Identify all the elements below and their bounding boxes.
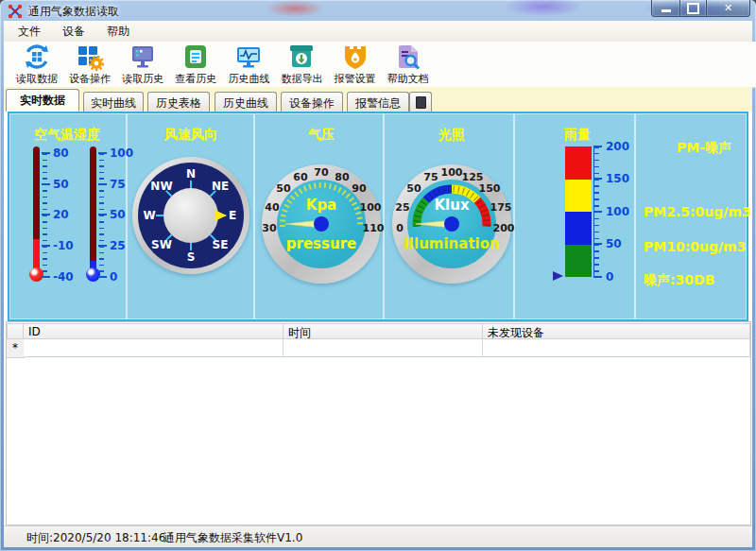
status-time: 时间:2020/5/20 18:11:46 bbox=[26, 530, 165, 546]
status-bar: 时间:2020/5/20 18:11:46 通用气象数据采集软件V1.0 bbox=[4, 525, 752, 547]
realtime-data-page: 空气温湿度 80 50 20 -10 -40 bbox=[8, 112, 748, 321]
rain-segment-blue bbox=[565, 212, 592, 245]
history-curve-icon bbox=[234, 43, 263, 71]
tab-stub[interactable] bbox=[409, 92, 432, 112]
toolbar-label: 读取数据 bbox=[16, 72, 58, 86]
column-header-id[interactable]: ID bbox=[24, 323, 284, 339]
toolbar-history-curve[interactable]: 历史曲线 bbox=[225, 43, 272, 86]
compass-w: W bbox=[143, 209, 155, 222]
device-operation-icon bbox=[76, 43, 104, 71]
tab-strip: 实时数据 实时曲线 历史表格 历史曲线 设备操作 报警信息 bbox=[4, 87, 752, 112]
compass-e: E bbox=[229, 209, 236, 222]
app-window: 通用气象数据读取 ✕ 文件 设备 帮助 bbox=[0, 0, 756, 551]
toolbar-label: 历史曲线 bbox=[228, 72, 269, 86]
humidity-tick: 25 bbox=[110, 239, 126, 252]
compass-sw: SW bbox=[151, 238, 172, 251]
tab-stub-icon bbox=[416, 96, 426, 109]
wind-direction-pointer bbox=[215, 210, 227, 221]
panel-title: PM-噪声 bbox=[677, 140, 731, 157]
panel-title: 雨量 bbox=[564, 127, 591, 144]
temperature-thermometer bbox=[33, 146, 40, 268]
rain-level-bar bbox=[565, 146, 592, 277]
toolbar-label: 查看历史 bbox=[175, 72, 216, 86]
tab-device-operation[interactable]: 设备操作 bbox=[281, 92, 343, 112]
toolbar-help-doc[interactable]: 帮助文档 bbox=[385, 43, 432, 86]
help-doc-icon bbox=[394, 43, 422, 71]
maximize-button[interactable] bbox=[680, 0, 707, 17]
window-title: 通用气象数据读取 bbox=[28, 4, 119, 20]
humidity-thermometer bbox=[90, 146, 96, 268]
menu-bar: 文件 设备 帮助 bbox=[4, 21, 752, 42]
rain-segment-yellow bbox=[565, 180, 592, 213]
toolbar-alarm-settings[interactable]: 报警设置 bbox=[332, 43, 379, 86]
column-header-device[interactable]: 未发现设备 bbox=[483, 323, 750, 339]
column-header-time[interactable]: 时间 bbox=[284, 323, 483, 339]
panel-illumination: 光照 0 25 50 75 100 125 150 bbox=[385, 113, 513, 319]
panel-title: 空气温湿度 bbox=[34, 127, 100, 144]
humidity-tick: 50 bbox=[110, 208, 126, 221]
table-cell[interactable] bbox=[483, 339, 750, 357]
new-row-marker: * bbox=[12, 341, 18, 354]
tab-alarm-info[interactable]: 报警信息 bbox=[347, 92, 409, 112]
menu-file[interactable]: 文件 bbox=[9, 21, 49, 43]
compass-se: SE bbox=[213, 238, 229, 251]
toolbar-label: 帮助文档 bbox=[387, 72, 429, 86]
toolbar-label: 设备操作 bbox=[69, 72, 111, 86]
table-cell[interactable] bbox=[284, 339, 483, 357]
humidity-tick: 0 bbox=[110, 270, 117, 284]
compass-nw: NW bbox=[150, 180, 172, 193]
illumination-unit: Klux bbox=[434, 197, 469, 214]
minimize-icon bbox=[662, 9, 671, 12]
row-header-new-row[interactable]: * bbox=[7, 339, 25, 358]
compass-s: S bbox=[187, 250, 196, 264]
humidity-tick: 75 bbox=[110, 178, 126, 191]
temp-tick: 80 bbox=[53, 146, 69, 160]
window-controls: ✕ bbox=[651, 0, 750, 17]
toolbar-view-history[interactable]: 查看历史 bbox=[172, 43, 219, 86]
menu-help[interactable]: 帮助 bbox=[98, 21, 138, 43]
temp-tick: 20 bbox=[53, 208, 69, 221]
pressure-caption: pressure bbox=[286, 235, 356, 252]
app-icon bbox=[8, 4, 23, 19]
toolbar-data-export[interactable]: 数据导出 bbox=[278, 43, 325, 86]
toolbar-read-data[interactable]: 读取数据 bbox=[13, 43, 60, 86]
panel-title: 风速风向 bbox=[164, 127, 217, 144]
table-cell[interactable] bbox=[24, 339, 284, 357]
client-area: 文件 设备 帮助 读取数据 bbox=[4, 21, 752, 546]
compass-ne: NE bbox=[212, 180, 229, 193]
humidity-bulb bbox=[86, 267, 100, 282]
temp-tick: 50 bbox=[53, 178, 69, 191]
table-corner-header[interactable] bbox=[7, 323, 24, 339]
read-data-icon bbox=[23, 43, 51, 71]
alarm-settings-icon bbox=[341, 43, 369, 71]
tab-realtime-data[interactable]: 实时数据 bbox=[6, 89, 79, 112]
rain-segment-red bbox=[565, 146, 592, 180]
toolbar-label: 读取历史 bbox=[122, 72, 163, 86]
noise-value: 噪声:30DB bbox=[644, 272, 714, 289]
panel-wind: 风速风向 N NE E SE S SW W NW bbox=[128, 113, 253, 319]
temperature-bulb bbox=[29, 267, 43, 282]
tab-history-table[interactable]: 历史表格 bbox=[147, 92, 210, 112]
toolbar-read-history[interactable]: 读取历史 bbox=[119, 43, 166, 86]
maximize-icon bbox=[687, 3, 699, 14]
compass-n: N bbox=[186, 167, 196, 181]
view-history-icon bbox=[181, 43, 210, 71]
tab-realtime-curve[interactable]: 实时曲线 bbox=[83, 92, 144, 112]
tab-history-curve[interactable]: 历史曲线 bbox=[215, 92, 277, 112]
illumination-caption: Illumination bbox=[404, 235, 499, 252]
panel-temp-humidity: 空气温湿度 80 50 20 -10 -40 bbox=[9, 113, 126, 319]
toolbar-label: 报警设置 bbox=[335, 72, 376, 86]
data-export-icon bbox=[287, 43, 316, 71]
pm25-value: PM2.5:0ug/m3 bbox=[644, 204, 751, 219]
rain-segment-green bbox=[565, 245, 592, 278]
menu-device[interactable]: 设备 bbox=[54, 21, 94, 43]
temp-tick: -40 bbox=[53, 270, 74, 284]
panel-pressure: 气压 30 40 50 60 70 80 90 100 110 Kpa pres… bbox=[255, 113, 383, 319]
toolbar-device-operation[interactable]: 设备操作 bbox=[66, 43, 113, 86]
close-icon: ✕ bbox=[724, 2, 732, 14]
close-button[interactable]: ✕ bbox=[707, 0, 750, 17]
panel-pm-noise: PM-噪声 PM2.5:0ug/m3 PM10:0ug/m3 噪声:30DB bbox=[636, 113, 747, 319]
minimize-button[interactable] bbox=[651, 0, 680, 17]
panel-rain: 雨量 200 150 100 50 0 bbox=[515, 113, 634, 319]
pressure-gauge-needle-layer bbox=[255, 113, 383, 319]
